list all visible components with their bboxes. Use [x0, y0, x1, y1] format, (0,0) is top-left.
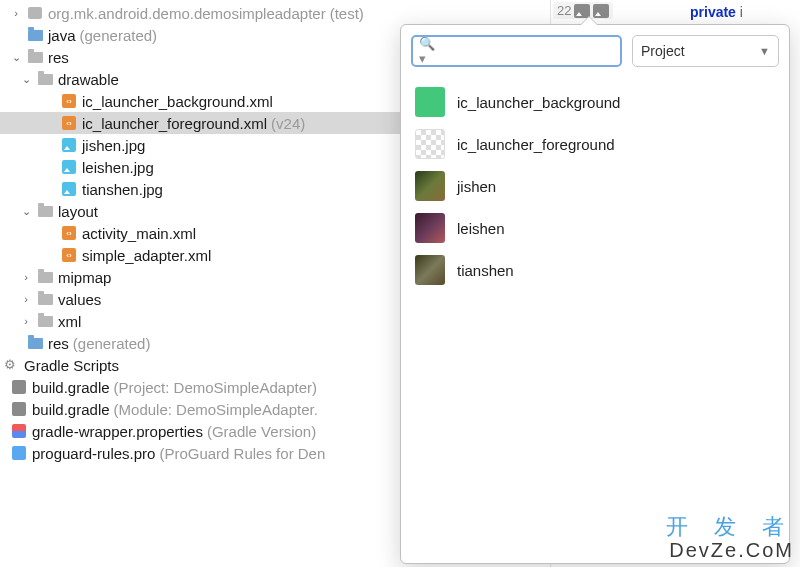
gradle-file-icon: [10, 379, 28, 395]
gradle-file-icon: [10, 401, 28, 417]
xml-file-icon: ‹›: [60, 115, 78, 131]
tree-label: gradle-wrapper.properties: [32, 423, 203, 440]
chevron-down-icon: ⌄: [20, 205, 32, 218]
tree-label: res: [48, 335, 69, 352]
folder-icon: [26, 27, 44, 43]
chevron-down-icon: ⌄: [20, 73, 32, 86]
popup-arrow-icon: [581, 17, 597, 25]
tree-label: java: [48, 27, 76, 44]
chevron-right-icon: ›: [20, 315, 32, 327]
folder-icon: [36, 71, 54, 87]
tree-suffix: (test): [330, 5, 364, 22]
popup-header: 🔍▾ Project ▼: [411, 35, 779, 67]
tree-label: Gradle Scripts: [24, 357, 119, 374]
resource-result-item[interactable]: leishen: [411, 207, 779, 249]
chevron-right-icon: ›: [20, 271, 32, 283]
scope-select[interactable]: Project ▼: [632, 35, 779, 67]
package-icon: [26, 5, 44, 21]
tree-suffix: (generated): [80, 27, 158, 44]
folder-icon: [36, 313, 54, 329]
resource-thumbnail: [415, 129, 445, 159]
tree-label: mipmap: [58, 269, 111, 286]
chevron-down-icon: ▼: [759, 45, 770, 57]
tree-label: jishen.jpg: [82, 137, 145, 154]
tree-label: build.gradle: [32, 379, 110, 396]
resource-result-item[interactable]: tianshen: [411, 249, 779, 291]
code-text: i: [736, 4, 743, 20]
resource-picker-popup: 🔍▾ Project ▼ ic_launcher_background ic_l…: [400, 24, 790, 564]
image-icon: [593, 4, 609, 18]
chevron-right-icon: ›: [20, 293, 32, 305]
image-file-icon: [60, 137, 78, 153]
resource-thumbnail: [415, 87, 445, 117]
xml-file-icon: ‹›: [60, 93, 78, 109]
resource-name: ic_launcher_background: [457, 94, 620, 111]
resource-result-item[interactable]: ic_launcher_foreground: [411, 123, 779, 165]
image-file-icon: [60, 159, 78, 175]
tree-label: activity_main.xml: [82, 225, 196, 242]
resource-name: jishen: [457, 178, 496, 195]
search-icon: 🔍▾: [419, 36, 435, 66]
resource-thumbnail: [415, 213, 445, 243]
gutter-line-number: 22: [557, 3, 571, 18]
tree-suffix: (generated): [73, 335, 151, 352]
code-keyword: private: [690, 4, 736, 20]
tree-suffix: (Module: DemoSimpleAdapter.: [114, 401, 318, 418]
tree-label: tianshen.jpg: [82, 181, 163, 198]
tree-label: org.mk.android.demo.demosimpleadapter: [48, 5, 326, 22]
chevron-right-icon: ›: [10, 7, 22, 19]
tree-suffix: (v24): [271, 115, 305, 132]
resource-thumbnail: [415, 171, 445, 201]
tree-label: xml: [58, 313, 81, 330]
tree-label: ic_launcher_background.xml: [82, 93, 273, 110]
scope-value: Project: [641, 43, 685, 59]
tree-label: drawable: [58, 71, 119, 88]
search-field[interactable]: 🔍▾: [411, 35, 622, 67]
tree-suffix: (Gradle Version): [207, 423, 316, 440]
resource-name: ic_launcher_foreground: [457, 136, 615, 153]
resource-result-item[interactable]: jishen: [411, 165, 779, 207]
gradle-icon: ⚙: [2, 357, 20, 373]
resource-result-item[interactable]: ic_launcher_background: [411, 81, 779, 123]
image-icon: [574, 4, 590, 18]
tree-label: proguard-rules.pro: [32, 445, 155, 462]
chevron-down-icon: ⌄: [10, 51, 22, 64]
tree-label: layout: [58, 203, 98, 220]
tree-label: leishen.jpg: [82, 159, 154, 176]
tree-suffix: (Project: DemoSimpleAdapter): [114, 379, 317, 396]
search-input[interactable]: [439, 43, 614, 59]
tree-label: simple_adapter.xml: [82, 247, 211, 264]
resource-name: tianshen: [457, 262, 514, 279]
tree-suffix: (ProGuard Rules for Den: [159, 445, 325, 462]
properties-file-icon: [10, 423, 28, 439]
folder-icon: [36, 291, 54, 307]
tree-label: values: [58, 291, 101, 308]
folder-icon: [26, 49, 44, 65]
tree-label: ic_launcher_foreground.xml: [82, 115, 267, 132]
folder-icon: [36, 269, 54, 285]
folder-icon: [36, 203, 54, 219]
xml-file-icon: ‹›: [60, 247, 78, 263]
xml-file-icon: ‹›: [60, 225, 78, 241]
resource-name: leishen: [457, 220, 505, 237]
tree-item-package[interactable]: › org.mk.android.demo.demosimpleadapter …: [0, 2, 550, 24]
tree-label: build.gradle: [32, 401, 110, 418]
folder-icon: [26, 335, 44, 351]
tree-label: res: [48, 49, 69, 66]
image-file-icon: [60, 181, 78, 197]
resource-thumbnail: [415, 255, 445, 285]
proguard-file-icon: [10, 445, 28, 461]
